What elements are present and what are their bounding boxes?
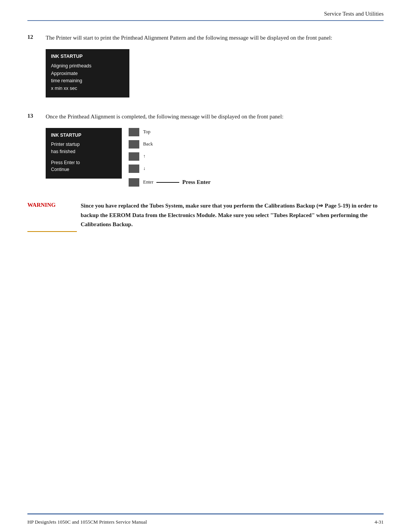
down-button-box — [129, 165, 139, 173]
step-13-number: 13 — [27, 112, 46, 190]
button-up-row: ↑ — [129, 152, 210, 161]
step-13-body: Once the Printhead Alignment is complete… — [46, 112, 384, 190]
button-top-row: Top — [129, 128, 210, 136]
step-12-body: The Printer will start to print the Prin… — [46, 33, 384, 101]
enter-line — [156, 182, 179, 183]
step-12-panel-line-0: Aligning printheads — [51, 62, 124, 70]
step-12-panel-title: INK STARTUP — [51, 53, 124, 60]
step-12-panel-line-3: x min xx sec — [51, 85, 124, 92]
step-13-panel-title: INK STARTUP — [51, 132, 116, 139]
up-button-box — [129, 152, 139, 161]
top-button-label: Top — [143, 129, 150, 135]
step-13-panel-line-4: Continue — [51, 166, 116, 173]
step-13-panel-line-0: Printer startup — [51, 141, 116, 148]
step-13-panel-line-2 — [51, 155, 116, 159]
footer-left-text: HP DesignJets 1050C and 1055CM Printers … — [27, 519, 147, 525]
step-12-panel-line-2: time remaining — [51, 77, 124, 85]
warning-label: WARNING — [27, 202, 56, 208]
header-title: Service Tests and Utilities — [324, 11, 384, 17]
button-enter-row: Enter Press Enter — [129, 178, 210, 187]
back-button-box — [129, 140, 139, 149]
warning-left: WARNING — [27, 201, 81, 232]
enter-button-label: Enter — [143, 179, 153, 185]
page-footer: HP DesignJets 1050C and 1055CM Printers … — [27, 514, 384, 532]
button-down-row: ↓ — [129, 165, 210, 173]
step-12-panel-body: Aligning printheads Approximate time rem… — [51, 62, 124, 92]
warning-underline — [27, 231, 77, 232]
step-13-row: 13 Once the Printhead Alignment is compl… — [27, 112, 384, 190]
step-13-buttons: Top Back ↑ ↓ — [129, 128, 210, 187]
step-13-panel-line-3: Press Enter to — [51, 159, 116, 166]
step-12-panel: INK STARTUP Aligning printheads Approxim… — [46, 49, 129, 97]
top-button-box — [129, 128, 139, 136]
main-content: 12 The Printer will start to print the P… — [0, 21, 411, 379]
step-13-panel-diagram: INK STARTUP Printer startup has finished… — [46, 128, 384, 187]
warning-text: Since you have replaced the Tubes System… — [81, 201, 384, 232]
step-13-panel-line-1: has finished — [51, 148, 116, 155]
up-button-label: ↑ — [143, 153, 145, 159]
step-12-row: 12 The Printer will start to print the P… — [27, 33, 384, 101]
step-13-text: Once the Printhead Alignment is complete… — [46, 112, 384, 121]
step-12-number: 12 — [27, 33, 46, 101]
step-12-text: The Printer will start to print the Prin… — [46, 33, 384, 42]
step-13-panel: INK STARTUP Printer startup has finished… — [46, 128, 122, 179]
down-button-label: ↓ — [143, 166, 145, 171]
press-enter-label: Press Enter — [182, 179, 210, 185]
warning-block: WARNING Since you have replaced the Tube… — [27, 201, 384, 232]
button-back-row: Back — [129, 140, 210, 149]
footer-right-text: 4-31 — [374, 519, 384, 525]
step-12-panel-line-1: Approximate — [51, 70, 124, 77]
back-button-label: Back — [143, 141, 153, 147]
enter-button-box — [129, 178, 139, 187]
page-header: Service Tests and Utilities — [0, 0, 411, 20]
